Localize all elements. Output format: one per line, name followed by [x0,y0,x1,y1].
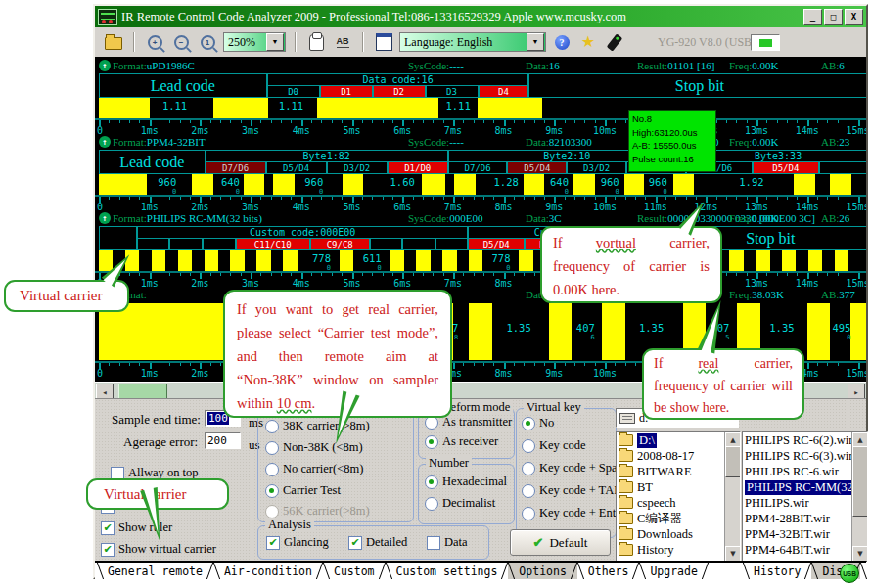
file-list[interactable]: PHILIPS RC-6(2).wirPHILIPS RC-6(3).wirPH… [742,431,868,563]
folder-item[interactable]: 2008-08-17 [617,448,740,464]
radio-38k-carrier-8m-[interactable]: 38K carrier(>8m) [265,419,370,433]
file-item[interactable]: PPM4-28BIT.wir [743,511,867,526]
folder-item[interactable]: BITWARE [617,464,740,479]
chevron-down-icon[interactable]: ▼ [527,33,544,51]
radio-key-code[interactable]: Key code [522,438,586,453]
remote-button[interactable] [604,31,625,53]
ruler-label: 5ms [343,125,360,136]
zoom-level-select[interactable]: 250%▼ [223,32,286,52]
radio-decimalist[interactable]: Decimalist [425,496,495,511]
ruler-label: 8ms [495,278,513,289]
file-item[interactable]: PHILIPS.wir [743,495,867,511]
tab-upgrade[interactable]: Upgrade [639,563,708,579]
radio-dot [522,484,535,498]
ruler-tick-minor [595,363,596,366]
file-item[interactable]: PPM4-32BIT.wir [743,526,867,542]
zoom-actual-button[interactable]: 1 [197,31,218,53]
scroll-down-arrow[interactable]: ▼ [725,546,741,562]
folder-item[interactable]: Downloads [617,526,740,542]
radio-no[interactable]: No [522,416,554,430]
average-error-input[interactable]: 200 [205,432,241,449]
radio-label: No [539,416,554,430]
checkbox-glancing[interactable]: ✔Glancing [266,535,329,550]
tab-general-remote[interactable]: General remote [97,563,213,579]
file-item[interactable]: PHILIPS RC-6(2).wir [743,432,867,448]
ab-measure-button[interactable]: AB [332,31,353,53]
tab-custom[interactable]: Custom [323,563,386,579]
tab-custom-settings[interactable]: Custom settings [386,563,509,579]
tab-air-condition[interactable]: Air-condition [213,563,323,579]
ruler-tick-minor [635,197,636,200]
radio-no-carrier-8m-[interactable]: No carrier(<8m) [265,462,363,476]
waveform-bar [343,174,364,195]
file-item[interactable]: PPM4-64BIT.wir [743,542,867,558]
bar-value-label: 1.92 [739,177,763,188]
checkbox-data[interactable]: Data [427,535,468,550]
zoom-in-button[interactable]: + [144,31,165,53]
ruler-tick-minor [514,197,515,200]
folder-list[interactable]: D:\2008-08-17BITWAREBTcspeechC编译器Downloa… [616,431,741,563]
ruler-tick-minor [332,120,333,123]
checkbox-detailed[interactable]: ✔Detailed [348,535,407,550]
radio-key-code-space[interactable]: Key code + Space [522,461,628,475]
scrollbar-thumb[interactable] [852,446,868,517]
waveform-bar [442,250,456,271]
ruler-tick-minor [766,273,767,276]
folder-item[interactable]: BT [617,479,740,495]
radio-key-code-tab[interactable]: Key code + TAB [522,483,622,498]
help-button[interactable]: ? [551,31,573,53]
folder-item[interactable]: D:\ [617,432,740,448]
zoom-out-button[interactable]: − [170,31,192,53]
ruler-tick-minor [514,120,515,123]
upload-arrow-button[interactable]: ↑ [99,136,111,148]
upload-arrow-button[interactable]: ↑ [99,60,111,71]
tab-history[interactable]: History [743,563,811,579]
radio-hexadecimal[interactable]: Hexadecimal [425,475,507,489]
vertical-scrollbar[interactable]: ▲▼ [724,432,740,562]
scrollbar-thumb[interactable] [725,446,741,477]
radio-56k-carrier-8m-[interactable]: 56K carrier(>8m) [265,504,370,519]
tab-others[interactable]: Others [577,563,640,579]
ruler-label: 0 [97,125,103,136]
checkbox-box: ✔ [101,521,115,535]
bar-value-label: 4076 [576,323,595,343]
window-mode-button[interactable] [373,31,394,53]
pan-hand-button[interactable] [305,31,327,53]
ruler-tick-minor [383,120,384,123]
vertical-scrollbar[interactable]: ▲▼ [851,432,867,562]
checkbox-show-virtual-carrier[interactable]: ✔Show virtual carrier [101,542,216,557]
open-file-button[interactable] [103,31,124,53]
ruler-tick-minor [169,197,170,200]
file-item[interactable]: PHILIPS RC-6.wir [743,464,867,479]
radio-non-38k-8m-[interactable]: Non-38K (<8m) [265,440,363,455]
folder-item[interactable]: cspeech [617,495,740,511]
segment-cells: C11/C10C9/C8 [137,238,469,250]
ruler-tick-minor [210,273,211,276]
radio-carrier-test[interactable]: Carrier Test [265,483,341,498]
radio-label: Key code [539,438,586,453]
folder-item[interactable]: History [617,542,740,558]
radio-as-receiver[interactable]: As receiver [425,434,498,449]
upload-arrow-button[interactable]: ↑ [99,212,111,224]
favorites-button[interactable]: ★ [577,31,599,53]
file-item[interactable]: PHILIPS RC-MM(32 bits).wir [743,479,867,495]
ruler-tick-minor [332,197,333,200]
file-item[interactable]: PHILIPS RC-6(3).wir [743,448,867,464]
star-icon: ★ [581,34,595,50]
waveform-bar [524,174,545,195]
chevron-down-icon[interactable]: ▼ [266,33,284,51]
ruler-label: 9ms [545,368,563,379]
scroll-down-arrow[interactable]: ▼ [852,546,868,562]
minimize-button[interactable]: _ [803,9,822,25]
maximize-button[interactable]: □ [824,9,843,25]
folder-icon [619,450,633,462]
ruler-tick-minor [210,363,211,366]
folder-item[interactable]: C编译器 [617,511,740,526]
radio-key-code-enter[interactable]: Key code + Enter [522,506,625,520]
close-button[interactable]: X [845,9,863,25]
language-select[interactable]: Language: English▼ [399,32,546,52]
tab-options[interactable]: Options [508,563,576,579]
header-field-format: Format:PHILIPS RC-MM(32 bits) [113,212,262,224]
default-button[interactable]: ✔Default [510,529,611,556]
tab-favorites[interactable]: Favorites [860,563,871,579]
